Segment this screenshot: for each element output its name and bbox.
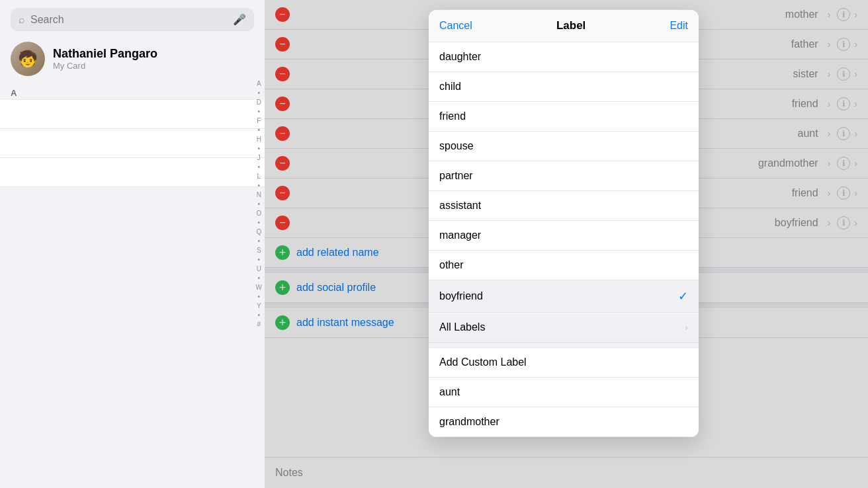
- picker-item-label: assistant: [439, 200, 481, 212]
- picker-item-label: friend: [439, 110, 466, 122]
- picker-section-separator: [429, 343, 699, 348]
- contact-header: 🧒 Nathaniel Pangaro My Card: [0, 36, 265, 84]
- picker-item-other[interactable]: other: [429, 251, 699, 280]
- picker-item-label: manager: [439, 229, 481, 241]
- picker-item-manager[interactable]: manager: [429, 221, 699, 251]
- picker-item-assistant[interactable]: assistant: [429, 191, 699, 221]
- search-icon: ⌕: [19, 14, 25, 26]
- avatar: 🧒: [11, 42, 45, 76]
- picker-item-boyfriend[interactable]: boyfriend ✓: [429, 280, 699, 313]
- picker-item-label: child: [439, 81, 461, 93]
- picker-item-partner[interactable]: partner: [429, 161, 699, 191]
- picker-item-label: All Labels: [439, 321, 485, 333]
- picker-item-friend[interactable]: friend: [429, 102, 699, 132]
- add-custom-label-text: Add Custom Label: [439, 356, 527, 368]
- picker-item-label: grandmother: [439, 416, 499, 428]
- search-bar[interactable]: ⌕ 🎤: [11, 8, 254, 31]
- contact-name: Nathaniel Pangaro: [53, 47, 157, 61]
- sidebar: ⌕ 🎤 🧒 Nathaniel Pangaro My Card A A • D …: [0, 0, 265, 488]
- edit-button[interactable]: Edit: [670, 20, 688, 32]
- my-card-label: My Card: [53, 61, 157, 71]
- label-picker-header: Cancel Label Edit: [429, 10, 699, 42]
- sidebar-contact-row[interactable]: [0, 129, 265, 158]
- picker-item-label: boyfriend: [439, 290, 483, 302]
- cancel-button[interactable]: Cancel: [439, 20, 472, 32]
- picker-item-grandmother[interactable]: grandmother: [429, 407, 699, 437]
- mic-icon: 🎤: [233, 13, 246, 26]
- main-content: − mother › ℹ › − father › ℹ › − sister ›…: [265, 0, 868, 488]
- picker-item-label: daughter: [439, 51, 481, 63]
- picker-item-all-labels[interactable]: All Labels ›: [429, 313, 699, 343]
- picker-item-label: other: [439, 259, 463, 271]
- chevron-right-icon: ›: [685, 322, 688, 333]
- alpha-index: A • D • F • H • J • L • N • O • Q • S • …: [256, 79, 262, 329]
- picker-item-daughter[interactable]: daughter: [429, 42, 699, 72]
- label-picker: Cancel Label Edit daughter child friend …: [429, 10, 699, 437]
- contact-info: Nathaniel Pangaro My Card: [53, 47, 157, 71]
- checkmark-icon: ✓: [678, 289, 688, 304]
- picker-item-label: spouse: [439, 140, 474, 152]
- section-a-header: A: [0, 84, 265, 99]
- picker-item-child[interactable]: child: [429, 72, 699, 102]
- sidebar-contact-row[interactable]: [0, 100, 265, 129]
- add-custom-label-item[interactable]: Add Custom Label: [429, 348, 699, 378]
- label-picker-list: daughter child friend spouse partner ass…: [429, 42, 699, 437]
- picker-item-label: partner: [439, 170, 473, 182]
- picker-item-aunt[interactable]: aunt: [429, 378, 699, 407]
- picker-item-spouse[interactable]: spouse: [429, 132, 699, 161]
- search-input[interactable]: [30, 14, 228, 26]
- label-picker-title: Label: [556, 19, 586, 32]
- picker-item-label: aunt: [439, 386, 460, 398]
- sidebar-contact-row[interactable]: [0, 158, 265, 187]
